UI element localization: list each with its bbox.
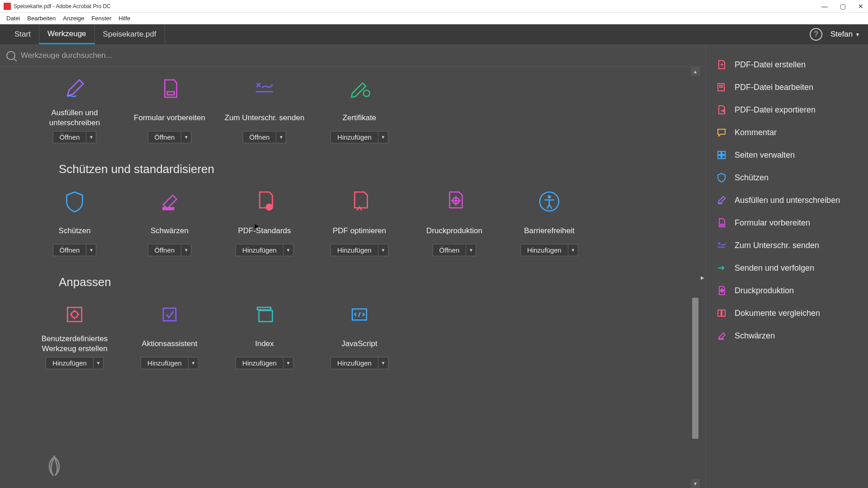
action-button[interactable]: Hinzufügen <box>521 244 568 256</box>
scroll-up-arrow[interactable]: ▲ <box>691 67 700 76</box>
tool-accessibility[interactable]: Barrierefreiheit Hinzufügen ▼ <box>502 184 597 264</box>
accessibility-icon <box>535 187 564 216</box>
tab-document[interactable]: Speisekarte.pdf <box>95 24 165 44</box>
tool-redact[interactable]: Schwärzen Öffnen ▼ <box>122 184 217 264</box>
search-row <box>0 44 705 67</box>
user-menu[interactable]: Stefan ▼ <box>830 30 860 39</box>
tool-action: Hinzufügen ▼ <box>330 244 388 256</box>
rb-export-pdf[interactable]: PDF-Datei exportieren <box>706 99 868 121</box>
action-button[interactable]: Öffnen <box>53 244 86 256</box>
action-caret[interactable]: ▼ <box>283 244 293 256</box>
vertical-scrollbar[interactable]: ▲ ▼ <box>691 67 700 488</box>
help-icon[interactable]: ? <box>810 28 822 41</box>
tool-fill-sign[interactable]: Ausfüllen und unterschreiben Öffnen ▼ <box>27 71 122 151</box>
tab-start[interactable]: Start <box>6 24 39 44</box>
pdf-standards-icon: i <box>250 187 279 216</box>
action-caret[interactable]: ▼ <box>188 357 198 369</box>
tool-label: PDF-Standards <box>238 221 291 241</box>
action-caret[interactable]: ▼ <box>283 357 293 369</box>
tool-index[interactable]: Index Hinzufügen ▼ <box>217 297 312 377</box>
action-button[interactable]: Hinzufügen <box>331 131 378 143</box>
chevron-down-icon: ▼ <box>855 32 860 37</box>
tool-label: Aktionsassistent <box>142 333 198 354</box>
rb-fill-sign[interactable]: Ausfüllen und unterschreiben <box>706 189 868 211</box>
menu-fenster[interactable]: Fenster <box>88 14 115 23</box>
menu-datei[interactable]: Datei <box>3 14 24 23</box>
rb-label: Druckproduktion <box>735 286 794 296</box>
action-button[interactable]: Öffnen <box>148 131 181 143</box>
send-track-icon <box>716 262 727 274</box>
scroll-track[interactable] <box>691 76 700 479</box>
scroll-thumb[interactable] <box>692 298 698 439</box>
tool-action: Öffnen ▼ <box>53 131 97 143</box>
rb-send-track[interactable]: Senden und verfolgen <box>706 257 868 279</box>
rb-create-pdf[interactable]: PDF-Datei erstellen <box>706 53 868 76</box>
tool-create-custom[interactable]: Benutzerdefiniertes Werkzeug erstellen H… <box>27 297 122 377</box>
tool-action-wizard[interactable]: Aktionsassistent Hinzufügen ▼ <box>122 297 217 377</box>
menu-anzeige[interactable]: Anzeige <box>59 14 88 23</box>
rb-protect[interactable]: Schützen <box>706 166 868 189</box>
rb-comment[interactable]: Kommentar <box>706 121 868 144</box>
svg-rect-19 <box>718 151 721 155</box>
menu-hilfe[interactable]: Hilfe <box>115 14 134 23</box>
action-caret[interactable]: ▼ <box>86 244 96 256</box>
search-input[interactable] <box>21 51 202 60</box>
redact-icon <box>155 187 184 216</box>
rb-redact[interactable]: Schwärzen <box>706 324 868 347</box>
shield-icon <box>716 172 727 183</box>
certificates-icon <box>345 74 374 103</box>
tool-print-production[interactable]: Druckproduktion Öffnen ▼ <box>407 184 502 264</box>
action-caret[interactable]: ▼ <box>181 244 191 256</box>
tool-send-signature[interactable]: Zum Unterschr. senden Öffnen ▼ <box>217 71 312 151</box>
rb-print-production[interactable]: Druckproduktion <box>706 279 868 302</box>
action-caret[interactable]: ▼ <box>276 131 286 143</box>
rb-organize-pages[interactable]: Seiten verwalten <box>706 144 868 166</box>
rb-send-signature[interactable]: Zum Unterschr. senden <box>706 234 868 257</box>
action-button[interactable]: Öffnen <box>433 244 466 256</box>
tool-pdf-standards[interactable]: i PDF-Standards Hinzufügen ▼ <box>217 184 312 264</box>
tool-label: Zertifikate <box>343 108 377 128</box>
menu-bearbeiten[interactable]: Bearbeiten <box>24 14 59 23</box>
action-button[interactable]: Hinzufügen <box>236 357 283 369</box>
minimize-button[interactable]: — <box>821 3 828 10</box>
tool-protect[interactable]: Schützen Öffnen ▼ <box>27 184 122 264</box>
action-caret[interactable]: ▼ <box>378 244 388 256</box>
maximize-button[interactable]: ▢ <box>839 3 846 10</box>
action-caret[interactable]: ▼ <box>568 244 578 256</box>
action-button[interactable]: Öffnen <box>243 131 276 143</box>
tool-action: Hinzufügen ▼ <box>520 244 578 256</box>
svg-rect-3 <box>162 207 174 210</box>
svg-rect-14 <box>259 310 273 322</box>
tab-tools[interactable]: Werkzeuge <box>39 24 95 44</box>
rb-label: PDF-Datei exportieren <box>735 105 816 115</box>
action-button[interactable]: Öffnen <box>53 131 86 143</box>
rb-label: Dokumente vergleichen <box>735 309 820 318</box>
panel-collapse-handle[interactable]: ▶ <box>700 67 705 488</box>
action-button[interactable]: Hinzufügen <box>141 357 188 369</box>
action-button[interactable]: Hinzufügen <box>331 357 378 369</box>
action-caret[interactable]: ▼ <box>378 357 388 369</box>
action-caret[interactable]: ▼ <box>86 131 96 143</box>
tool-javascript[interactable]: JavaScript Hinzufügen ▼ <box>312 297 407 377</box>
close-button[interactable]: ✕ <box>857 3 864 10</box>
rb-label: PDF-Datei bearbeiten <box>735 83 813 92</box>
tool-optimize[interactable]: PDF optimieren Hinzufügen ▼ <box>312 184 407 264</box>
rb-prepare-form[interactable]: Formular vorbereiten <box>706 211 868 234</box>
action-button[interactable]: Öffnen <box>148 244 181 256</box>
rb-compare-docs[interactable]: Dokumente vergleichen <box>706 302 868 324</box>
action-button[interactable]: Hinzufügen <box>46 357 93 369</box>
tool-prepare-form[interactable]: Formular vorbereiten Öffnen ▼ <box>122 71 217 151</box>
tool-label: Index <box>255 333 274 354</box>
scroll-down-arrow[interactable]: ▼ <box>691 479 700 488</box>
search-icon <box>6 51 15 60</box>
action-caret[interactable]: ▼ <box>181 131 191 143</box>
svg-rect-13 <box>163 308 176 321</box>
action-button[interactable]: Hinzufügen <box>331 244 378 256</box>
rb-edit-pdf[interactable]: PDF-Datei bearbeiten <box>706 76 868 99</box>
tool-certificates[interactable]: Zertifikate Hinzufügen ▼ <box>312 71 407 151</box>
action-caret[interactable]: ▼ <box>466 244 476 256</box>
svg-rect-30 <box>718 338 724 340</box>
action-caret[interactable]: ▼ <box>378 131 388 143</box>
action-button[interactable]: Hinzufügen <box>236 244 283 256</box>
action-caret[interactable]: ▼ <box>93 357 103 369</box>
